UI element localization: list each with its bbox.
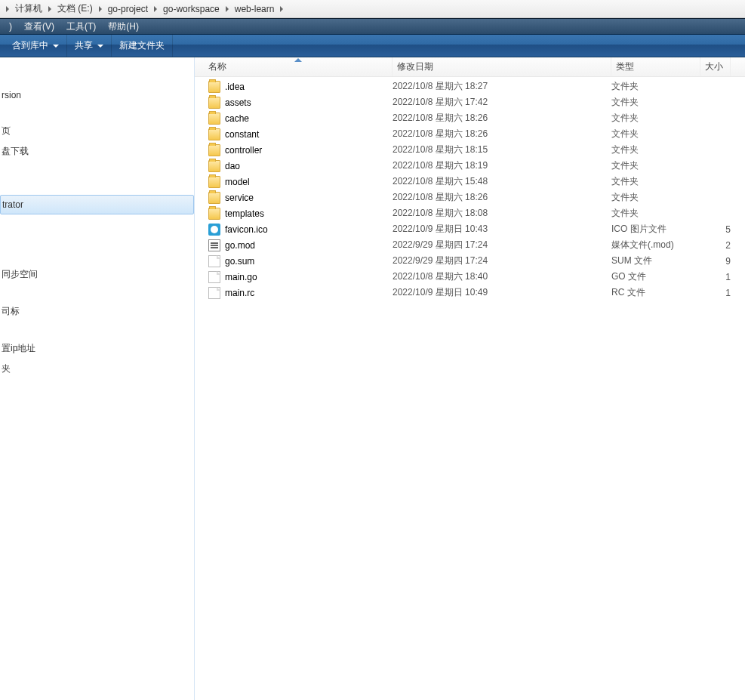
new-folder-label: 新建文件夹 [119,39,165,52]
folder-icon [208,208,220,220]
file-row[interactable]: controller2022/10/8 星期六 18:15文件夹 [204,142,745,158]
file-name-cell: go.mod [204,239,393,251]
file-name-cell: assets [204,97,393,109]
folder-icon [208,81,220,93]
column-header-size[interactable]: 大小 [700,57,731,76]
file-name-cell: controller [204,144,393,156]
sidebar-spacer [0,285,194,301]
file-type-cell: 文件夹 [611,96,700,109]
file-row[interactable]: cache2022/10/8 星期六 18:26文件夹 [204,110,745,126]
file-icon [208,255,220,267]
share-button[interactable]: 共享 [67,35,112,57]
menu-item[interactable]: 查看(V) [18,19,60,35]
column-size-label: 大小 [705,60,723,73]
file-type-cell: 文件夹 [611,175,700,188]
file-name-label: main.rc [225,288,254,298]
sidebar-item[interactable]: 置ip地址 [0,338,194,359]
sidebar-item[interactable]: 夹 [0,359,194,379]
file-icon [208,287,220,299]
menu-item[interactable]: 工具(T) [60,19,102,35]
folder-icon [208,176,220,188]
file-row[interactable]: service2022/10/8 星期六 18:26文件夹 [204,190,745,205]
column-header-name[interactable]: 名称 [204,57,393,76]
breadcrumb-segment[interactable]: 计算机 [14,0,44,17]
file-row[interactable]: go.mod2022/9/29 星期四 17:24媒体文件(.mod)2 [204,237,745,253]
file-date-cell: 2022/10/8 星期六 18:26 [393,128,611,140]
file-row[interactable]: main.go2022/10/8 星期六 18:40GO 文件1 [204,269,745,285]
menubar: )查看(V)工具(T)帮助(H) [0,18,745,35]
include-in-library-button[interactable]: 含到库中 [5,35,67,57]
file-icon [208,271,220,283]
file-row[interactable]: favicon.ico2022/10/9 星期日 10:43ICO 图片文件5 [204,221,745,237]
file-row[interactable]: .idea2022/10/8 星期六 18:27文件夹 [204,79,745,94]
sidebar-item[interactable]: rsion [0,86,194,104]
file-type-cell: 文件夹 [611,159,700,172]
file-type-cell: 文件夹 [611,80,700,93]
sidebar-item[interactable]: 盘下载 [0,141,194,162]
chevron-right-icon [6,6,9,12]
file-type-cell: GO 文件 [611,270,700,283]
file-name-cell: main.rc [204,287,393,299]
file-row[interactable]: main.rc2022/10/9 星期日 10:49RC 文件1 [204,285,745,301]
file-type-cell: 媒体文件(.mod) [611,239,700,251]
file-name-label: .idea [225,82,245,92]
file-row[interactable]: constant2022/10/8 星期六 18:26文件夹 [204,126,745,142]
file-row[interactable]: assets2022/10/8 星期六 17:42文件夹 [204,94,745,110]
breadcrumb-segment[interactable]: web-learn [233,0,276,17]
chevron-right-icon [154,6,157,12]
sidebar-spacer [0,104,194,121]
file-name-cell: .idea [204,81,393,93]
file-date-cell: 2022/10/8 星期六 18:40 [393,270,611,283]
file-name-label: cache [225,113,249,124]
file-date-cell: 2022/10/8 星期六 18:27 [393,80,611,93]
file-row[interactable]: model2022/10/8 星期六 15:48文件夹 [204,174,745,190]
sidebar-item[interactable]: 司标 [0,301,194,322]
file-name-cell: main.go [204,271,393,283]
sidebar-spacer [0,214,194,231]
mod-icon [208,239,220,251]
file-date-cell: 2022/10/8 星期六 18:08 [393,207,611,220]
content-panel: 名称 修改日期 类型 大小 .idea2022/10/8 星期六 18:27文件… [195,57,745,700]
breadcrumb-segment[interactable]: go-project [106,0,149,17]
sidebar-spacer [0,162,194,178]
file-date-cell: 2022/9/29 星期四 17:24 [393,254,611,267]
file-name-cell: model [204,176,393,188]
file-row[interactable]: go.sum2022/9/29 星期四 17:24SUM 文件9 [204,253,745,269]
breadcrumb: 计算机文档 (E:)go-projectgo-workspaceweb-lear… [0,0,745,18]
menu-item[interactable]: ) [3,20,18,33]
breadcrumb-segment[interactable]: go-workspace [162,0,221,17]
include-label: 含到库中 [12,39,48,52]
breadcrumb-segment[interactable]: 文档 (E:) [56,0,94,17]
file-type-cell: 文件夹 [611,191,700,204]
file-name-label: go.sum [225,256,254,267]
column-header-date[interactable]: 修改日期 [393,57,611,76]
chevron-right-icon [99,6,102,12]
new-folder-button[interactable]: 新建文件夹 [112,35,173,57]
file-date-cell: 2022/10/8 星期六 18:15 [393,143,611,156]
chevron-right-icon [226,6,229,12]
sidebar-item[interactable]: trator [0,195,194,214]
file-type-cell: 文件夹 [611,143,700,156]
file-name-cell: constant [204,128,393,140]
file-name-cell: service [204,192,393,204]
column-type-label: 类型 [616,60,634,73]
sidebar-spacer [0,248,194,264]
file-type-cell: 文件夹 [611,207,700,220]
sidebar-item[interactable]: 同步空间 [0,264,194,285]
menu-item[interactable]: 帮助(H) [102,19,145,35]
file-date-cell: 2022/10/8 星期六 18:26 [393,112,611,125]
file-row[interactable]: templates2022/10/8 星期六 18:08文件夹 [204,205,745,221]
sidebar-item[interactable]: 页 [0,121,194,141]
file-name-cell: templates [204,208,393,220]
column-header-type[interactable]: 类型 [611,57,700,76]
sidebar: rsion页盘下载trator同步空间司标置ip地址夹 [0,57,195,700]
sidebar-item[interactable] [0,62,194,69]
file-name-label: model [225,177,250,187]
file-row[interactable]: dao2022/10/8 星期六 18:19文件夹 [204,158,745,174]
file-name-label: templates [225,208,264,219]
folder-icon [208,160,220,172]
toolbar: 含到库中 共享 新建文件夹 [0,35,745,57]
file-date-cell: 2022/9/29 星期四 17:24 [393,239,611,251]
file-date-cell: 2022/10/9 星期日 10:49 [393,286,611,299]
chevron-right-icon [280,6,283,12]
